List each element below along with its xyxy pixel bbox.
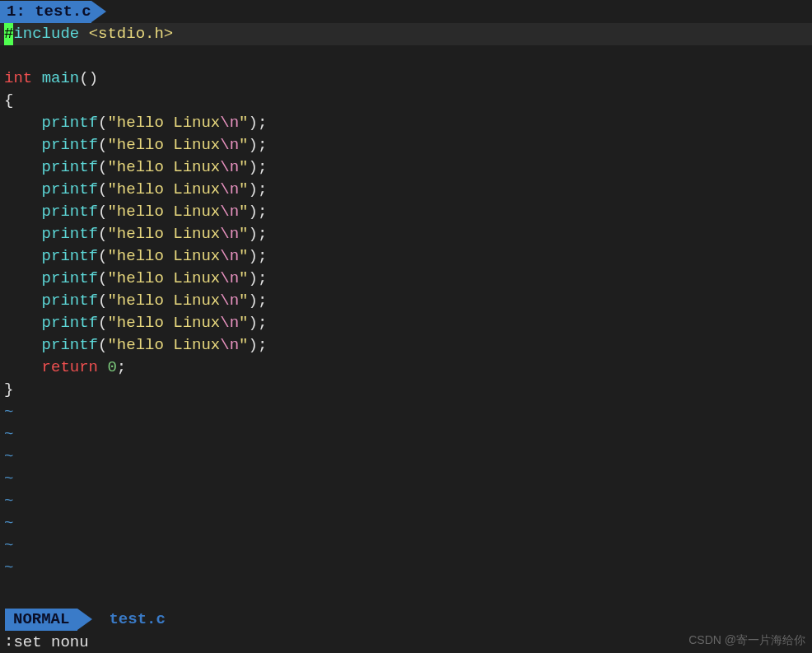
tab-bar: 1: test.c [0, 0, 812, 23]
code-line-main: int main() [0, 68, 812, 90]
code-line-include: #include <stdio.h> [0, 23, 812, 45]
code-line-printf: printf("hello Linux\n"); [0, 112, 812, 134]
code-line-printf: printf("hello Linux\n"); [0, 201, 812, 223]
code-line-printf: printf("hello Linux\n"); [0, 312, 812, 334]
empty-line-tilde: ~ [0, 468, 812, 490]
empty-line-tilde: ~ [0, 401, 812, 423]
command-prefix: : [4, 631, 13, 653]
editor-area[interactable]: #include <stdio.h> int main() { printf("… [0, 23, 812, 579]
empty-line-tilde: ~ [0, 423, 812, 445]
command-input[interactable] [13, 633, 343, 651]
empty-line-tilde: ~ [0, 557, 812, 579]
tab-label: 1: test.c [7, 1, 91, 23]
printf-lines-container: printf("hello Linux\n"); printf("hello L… [0, 112, 812, 357]
code-line-printf: printf("hello Linux\n"); [0, 290, 812, 312]
empty-line-tilde: ~ [0, 490, 812, 512]
cursor: # [4, 23, 13, 45]
watermark: CSDN @寄一片海给你 [688, 632, 805, 649]
file-tab[interactable]: 1: test.c [0, 1, 91, 23]
code-line-printf: printf("hello Linux\n"); [0, 223, 812, 245]
code-line-printf: printf("hello Linux\n"); [0, 134, 812, 156]
code-line-printf: printf("hello Linux\n"); [0, 156, 812, 179]
code-line-printf: printf("hello Linux\n"); [0, 179, 812, 201]
status-line: NORMAL test.c [0, 609, 812, 631]
code-line-printf: printf("hello Linux\n"); [0, 268, 812, 290]
status-filename: test.c [109, 609, 165, 631]
mode-indicator: NORMAL [5, 609, 77, 631]
code-line-brace-open: { [0, 90, 812, 112]
empty-line-tilde: ~ [0, 445, 812, 468]
code-line-brace-close: } [0, 379, 812, 401]
empty-line-tilde: ~ [0, 512, 812, 534]
code-line-printf: printf("hello Linux\n"); [0, 334, 812, 357]
empty-line-tilde: ~ [0, 534, 812, 557]
code-line-return: return 0; [0, 357, 812, 379]
code-line-blank [0, 45, 812, 68]
tilde-lines-container: ~~~~~~~~ [0, 401, 812, 579]
code-line-printf: printf("hello Linux\n"); [0, 245, 812, 268]
